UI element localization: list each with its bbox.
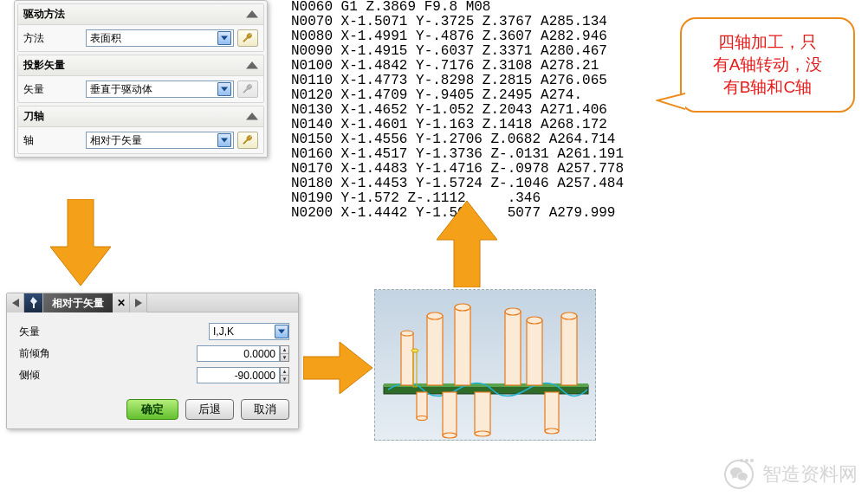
tilt-label: 侧倾 xyxy=(19,368,197,383)
dropdown-arrow-icon xyxy=(217,31,231,45)
callout-line1: 四轴加工，只 xyxy=(690,31,845,54)
svg-point-7 xyxy=(505,308,521,315)
callout-note: 四轴加工，只 有A轴转动，没 有B轴和C轴 xyxy=(680,17,855,113)
vector-type-value: I,J,K xyxy=(210,325,275,338)
section-tool-axis: 刀轴 轴 相对于矢量 xyxy=(17,106,264,154)
wrench-icon xyxy=(242,32,254,44)
back-button[interactable]: 后退 xyxy=(185,399,234,420)
svg-rect-14 xyxy=(443,392,457,435)
svg-point-5 xyxy=(455,304,470,311)
svg-rect-4 xyxy=(455,307,470,385)
lead-angle-label: 前倾角 xyxy=(19,346,197,361)
section-header-projection[interactable]: 投影矢量 xyxy=(18,55,263,76)
svg-rect-12 xyxy=(401,333,413,385)
svg-point-13 xyxy=(401,331,413,336)
svg-rect-18 xyxy=(545,392,559,431)
vector-type-select[interactable]: I,J,K xyxy=(209,323,289,340)
svg-point-21 xyxy=(417,416,427,421)
section-header-drive-method[interactable]: 驱动方法 xyxy=(18,4,263,25)
svg-rect-8 xyxy=(527,320,542,385)
projection-select[interactable]: 垂直于驱动体 xyxy=(86,81,234,98)
svg-point-19 xyxy=(545,428,559,434)
arrow-down-icon xyxy=(50,199,111,286)
axis-label: 轴 xyxy=(23,133,86,148)
wrench-icon xyxy=(242,134,254,146)
svg-point-23 xyxy=(411,349,418,352)
lead-angle-value: 0.0000 xyxy=(243,348,275,360)
titlebar-prev-button[interactable] xyxy=(7,293,24,312)
chevron-left-icon xyxy=(12,299,19,307)
dialog-title: 相对于矢量 xyxy=(43,293,113,312)
svg-rect-2 xyxy=(427,316,443,385)
section-title: 投影矢量 xyxy=(23,58,65,73)
cancel-button[interactable]: 取消 xyxy=(241,399,289,420)
section-title: 驱动方法 xyxy=(23,7,65,22)
tilt-input[interactable]: -90.0000 xyxy=(197,367,280,383)
pin-icon xyxy=(29,297,39,309)
ok-button[interactable]: 确定 xyxy=(126,399,178,420)
projection-settings-button[interactable] xyxy=(237,81,258,98)
svg-rect-22 xyxy=(413,351,417,387)
row-axis: 轴 相对于矢量 xyxy=(18,127,263,153)
row-tilt: 侧倾 -90.0000 ▲▼ xyxy=(19,367,289,383)
callout-box: 四轴加工，只 有A轴转动，没 有B轴和C轴 xyxy=(680,17,855,113)
callout-line2: 有A轴转动，没 xyxy=(690,54,845,76)
tilt-value: -90.0000 xyxy=(235,370,275,382)
method-select[interactable]: 表面积 xyxy=(86,29,234,47)
titlebar-next-button[interactable] xyxy=(130,293,147,312)
svg-point-3 xyxy=(427,312,443,319)
gcode-output: N0060 G1 Z.3869 F9.8 M08 N0070 X-1.5071 … xyxy=(291,0,672,221)
dropdown-arrow-icon xyxy=(217,133,231,147)
section-drive-method: 驱动方法 方法 表面积 xyxy=(17,3,264,52)
chevron-up-icon xyxy=(246,60,258,72)
method-label: 方法 xyxy=(23,31,86,46)
chevron-right-icon xyxy=(135,299,142,307)
section-header-tool-axis[interactable]: 刀轴 xyxy=(18,106,263,127)
wechat-icon xyxy=(724,460,754,489)
dialog-button-row: 确定 后退 取消 xyxy=(7,394,298,428)
projection-value: 垂直于驱动体 xyxy=(90,82,217,97)
row-vector: 矢量 垂直于驱动体 xyxy=(18,76,263,102)
axis-value: 相对于矢量 xyxy=(90,133,217,148)
svg-point-15 xyxy=(443,433,457,438)
callout-line3: 有B轴和C轴 xyxy=(690,76,845,99)
svg-rect-20 xyxy=(417,392,427,418)
svg-point-17 xyxy=(475,431,490,436)
axis-select[interactable]: 相对于矢量 xyxy=(86,132,234,149)
tilt-stepper[interactable]: ▲▼ xyxy=(280,367,289,383)
watermark: 智造资料网 xyxy=(724,460,858,489)
lead-angle-input[interactable]: 0.0000 xyxy=(197,345,280,362)
axis-settings-button[interactable] xyxy=(237,132,258,149)
row-vector-type: 矢量 I,J,K xyxy=(19,323,289,340)
dropdown-arrow-icon xyxy=(217,82,231,96)
svg-rect-6 xyxy=(505,312,521,385)
dialog-titlebar: 相对于矢量 ✕ xyxy=(7,293,298,312)
vector-label: 矢量 xyxy=(23,82,86,97)
cam-viewport[interactable] xyxy=(374,289,596,441)
titlebar-pin-button[interactable] xyxy=(24,293,43,312)
dropdown-arrow-icon xyxy=(275,325,288,338)
section-title: 刀轴 xyxy=(23,109,44,124)
row-lead-angle: 前倾角 0.0000 ▲▼ xyxy=(19,345,289,362)
callout-tail-icon xyxy=(656,90,685,113)
svg-point-9 xyxy=(527,317,542,324)
titlebar-close-button[interactable]: ✕ xyxy=(113,293,130,312)
row-method: 方法 表面积 xyxy=(18,25,263,51)
method-value: 表面积 xyxy=(90,31,217,46)
relative-to-vector-dialog: 相对于矢量 ✕ 矢量 I,J,K 前倾角 0.0000 ▲▼ 侧倾 -90.0 xyxy=(6,293,299,429)
dialog-body: 矢量 I,J,K 前倾角 0.0000 ▲▼ 侧倾 -90.0000 ▲▼ xyxy=(7,312,298,394)
vector-type-label: 矢量 xyxy=(19,325,209,339)
drive-method-panel: 驱动方法 方法 表面积 投影矢量 矢量 垂直于驱动体 xyxy=(14,0,268,158)
wrench-icon xyxy=(242,83,254,95)
lead-angle-stepper[interactable]: ▲▼ xyxy=(280,345,289,362)
viewport-illustration xyxy=(375,290,596,441)
arrow-right-icon xyxy=(303,342,372,394)
svg-rect-10 xyxy=(561,316,577,385)
watermark-text: 智造资料网 xyxy=(762,461,858,487)
svg-point-11 xyxy=(561,312,577,319)
arrow-up-icon xyxy=(437,201,497,287)
method-settings-button[interactable] xyxy=(237,29,258,47)
chevron-up-icon xyxy=(246,9,258,21)
svg-rect-16 xyxy=(475,392,490,434)
chevron-up-icon xyxy=(246,111,258,123)
